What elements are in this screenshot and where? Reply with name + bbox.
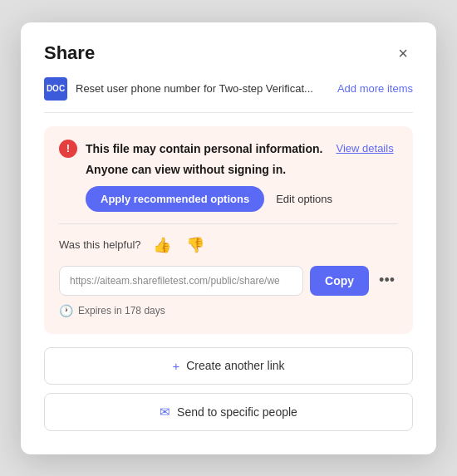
view-details-link[interactable]: View details — [337, 142, 394, 155]
helpful-row: Was this helpful? 👍 👎 — [59, 234, 398, 256]
expires-label: Expires in 178 days — [78, 305, 165, 317]
warning-actions: Apply recommended options Edit options — [59, 186, 398, 212]
file-info: DOC Reset user phone number for Two-step… — [44, 77, 327, 101]
file-name: Reset user phone number for Two-step Ver… — [76, 82, 313, 95]
clock-icon: 🕐 — [59, 304, 73, 317]
create-another-link-label: Create another link — [186, 359, 284, 372]
thumbs-down-button[interactable]: 👎 — [183, 234, 208, 256]
send-to-people-label: Send to specific people — [177, 405, 297, 419]
thumbs-up-button[interactable]: 👍 — [150, 234, 174, 256]
divider — [59, 223, 398, 224]
doc-icon: DOC — [44, 77, 67, 101]
share-url-input[interactable] — [59, 266, 303, 296]
envelope-icon: ✉ — [160, 405, 170, 420]
close-button[interactable]: × — [393, 43, 413, 63]
expires-row: 🕐 Expires in 178 days — [59, 304, 398, 317]
edit-options-link[interactable]: Edit options — [276, 193, 332, 205]
modal-title: Share — [44, 42, 95, 64]
warning-title: This file may contain personal informati… — [86, 142, 323, 155]
warning-header: ! This file may contain personal informa… — [59, 140, 398, 158]
url-row: Copy ••• — [59, 266, 398, 296]
modal-header: Share × — [44, 42, 413, 64]
share-modal: Share × DOC Reset user phone number for … — [21, 22, 436, 454]
apply-recommended-button[interactable]: Apply recommended options — [86, 186, 264, 212]
more-options-button[interactable]: ••• — [376, 267, 398, 294]
warning-subtitle: Anyone can view without signing in. — [59, 163, 398, 176]
create-another-link-button[interactable]: + Create another link — [44, 347, 413, 385]
bottom-actions: + Create another link ✉ Send to specific… — [44, 347, 413, 431]
warning-card: ! This file may contain personal informa… — [44, 126, 413, 334]
warning-icon: ! — [59, 140, 77, 158]
copy-button[interactable]: Copy — [310, 266, 369, 296]
add-more-link[interactable]: Add more items — [337, 82, 413, 95]
file-row: DOC Reset user phone number for Two-step… — [44, 77, 413, 113]
send-to-people-button[interactable]: ✉ Send to specific people — [44, 393, 413, 431]
helpful-label: Was this helpful? — [59, 238, 141, 251]
plus-icon: + — [172, 359, 179, 373]
